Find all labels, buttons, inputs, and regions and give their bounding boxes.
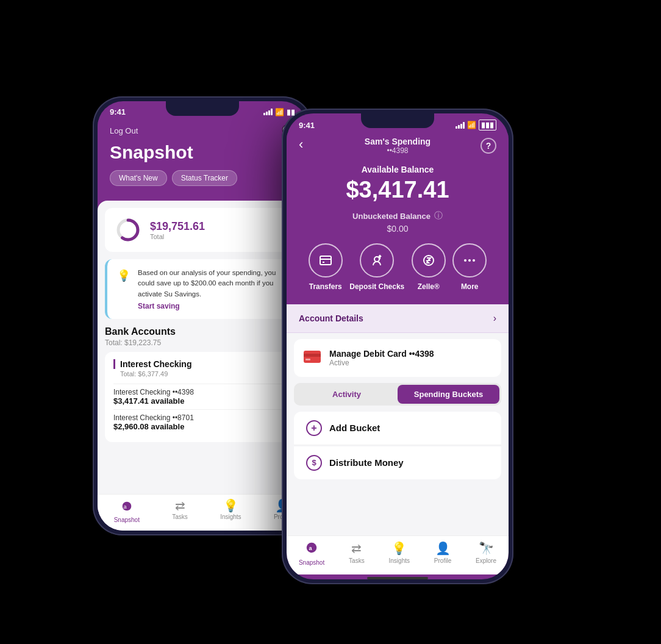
- savings-card: 💡 Based on our analysis of your spending…: [105, 259, 300, 319]
- wifi-icon-front: 📶: [467, 121, 476, 129]
- debit-card-info: Manage Debit Card ••4398 Active: [329, 349, 434, 367]
- front-bottom-nav: a Snapshot ⇄ Tasks 💡 Insights 👤 Pro: [287, 535, 509, 574]
- dollar-circle-icon: $: [306, 455, 322, 471]
- back-purple-header: Log Out 💬 Snapshot What's New Status Tra…: [98, 119, 307, 198]
- front-phone: 9:41 📶 ▮▮▮: [282, 109, 513, 584]
- nav-tasks-front[interactable]: ⇄ Tasks: [349, 541, 365, 566]
- distribute-money-row[interactable]: $ Distribute Money: [294, 446, 501, 479]
- log-out-button[interactable]: Log Out: [110, 126, 138, 135]
- explore-icon-front: 🔭: [479, 541, 494, 556]
- nav-insights-back[interactable]: 💡 Insights: [220, 499, 241, 523]
- account-number: ••4398: [299, 146, 496, 155]
- whats-new-pill[interactable]: What's New: [110, 170, 167, 186]
- start-saving-button[interactable]: Start saving: [138, 302, 290, 310]
- account1-name: Interest Checking ••4398: [113, 388, 291, 396]
- snapshot-icon-front: a: [305, 541, 318, 557]
- debit-card-status: Active: [329, 359, 434, 367]
- svg-point-12: [473, 259, 475, 262]
- profile-icon-front: 👤: [435, 541, 451, 556]
- snapshot-nav-label: Snapshot: [114, 517, 140, 523]
- explore-label-front: Explore: [476, 557, 496, 564]
- transfers-icon: [309, 243, 343, 277]
- info-icon[interactable]: ⓘ: [434, 210, 443, 221]
- svg-rect-4: [320, 256, 331, 265]
- account2-balance: $2,960.08 available: [113, 422, 291, 431]
- svg-point-7: [374, 257, 379, 262]
- account-name: Sam's Spending: [299, 137, 496, 146]
- help-button[interactable]: ?: [481, 138, 496, 154]
- account-details-label: Account Details: [299, 313, 363, 323]
- nav-snapshot-front[interactable]: a Snapshot: [299, 541, 324, 566]
- more-button[interactable]: More: [452, 243, 487, 292]
- status-tracker-pill[interactable]: Status Tracker: [172, 170, 237, 186]
- unbucketed-label: Unbucketed Balance: [352, 212, 431, 221]
- savings-text: Based on our analysis of your spending, …: [138, 268, 290, 299]
- debit-card-card[interactable]: Manage Debit Card ••4398 Active: [294, 339, 501, 377]
- profile-label-front: Profile: [434, 557, 451, 564]
- bank-accounts-section: Bank Accounts Total: $19,223.75 Interest…: [98, 326, 307, 442]
- insights-nav-label: Insights: [220, 513, 241, 520]
- chevron-right-icon: ›: [493, 313, 496, 324]
- account-row-2[interactable]: Interest Checking ••8701 $2,960.08 avail…: [113, 409, 291, 435]
- deposit-icon: [360, 243, 394, 277]
- nav-insights-front[interactable]: 💡 Insights: [389, 541, 410, 566]
- total-balance-card: $19,751.61 Total: [105, 208, 300, 252]
- account1-balance: $3,417.41 available: [113, 396, 291, 406]
- time-back: 9:41: [110, 107, 126, 116]
- more-label: More: [461, 282, 479, 292]
- action-buttons: Transfers Deposit C: [299, 243, 496, 292]
- transfers-label: Transfers: [309, 282, 342, 292]
- credit-card-icon: [304, 349, 321, 367]
- time-front: 9:41: [299, 121, 315, 130]
- notch: [166, 101, 239, 116]
- svg-point-10: [464, 259, 466, 262]
- wifi-icon: 📶: [275, 108, 284, 116]
- add-bucket-label: Add Bucket: [329, 423, 380, 433]
- bank-accounts-title: Bank Accounts: [105, 326, 300, 337]
- insights-nav-icon: 💡: [223, 499, 238, 512]
- distribute-money-label: Distribute Money: [329, 457, 404, 468]
- tabs-row: Activity Spending Buckets: [294, 383, 501, 406]
- insights-icon-front: 💡: [391, 541, 407, 556]
- interest-checking-title: Interest Checking: [113, 359, 291, 369]
- nav-profile-front[interactable]: 👤 Profile: [434, 541, 451, 566]
- tasks-nav-icon: ⇄: [175, 499, 185, 512]
- balance-info: $19,751.61 Total: [150, 220, 205, 240]
- back-white-content: $19,751.61 Total 💡 Based on our analysis…: [98, 201, 307, 531]
- account-row-1[interactable]: Interest Checking ••4398 $3,417.41 avail…: [113, 384, 291, 409]
- tasks-label-front: Tasks: [349, 557, 365, 564]
- debit-card-title: Manage Debit Card ••4398: [329, 349, 434, 359]
- svg-point-11: [468, 259, 471, 262]
- snapshot-nav-icon: a: [120, 499, 134, 515]
- add-bucket-row[interactable]: + Add Bucket: [294, 412, 501, 445]
- total-amount: $19,751.61: [150, 220, 205, 233]
- account2-name: Interest Checking ••8701: [113, 413, 291, 422]
- back-bottom-nav: a Snapshot ⇄ Tasks 💡 Insights 👤 Pro: [98, 494, 307, 531]
- transfers-button[interactable]: Transfers: [309, 243, 343, 292]
- available-amount: $3,417.41: [299, 177, 496, 203]
- nav-explore-front[interactable]: 🔭 Explore: [476, 541, 496, 566]
- unbucketed-amount: $0.00: [299, 224, 496, 234]
- front-white-content: Account Details › Ma: [287, 304, 509, 535]
- snapshot-title: Snapshot: [110, 142, 295, 163]
- tasks-icon-front: ⇄: [351, 541, 362, 556]
- interest-checking-total: Total: $6,377.49: [113, 370, 291, 377]
- plus-circle-icon: +: [306, 420, 322, 436]
- tab-activity[interactable]: Activity: [296, 385, 398, 404]
- nav-tasks-back[interactable]: ⇄ Tasks: [172, 499, 188, 523]
- account-details-row[interactable]: Account Details ›: [287, 304, 509, 333]
- account-card[interactable]: Interest Checking Total: $6,377.49 Inter…: [105, 352, 300, 442]
- bulb-icon: 💡: [117, 269, 130, 282]
- front-purple-header: ‹ Sam's Spending ••4398 ? Available Bala…: [287, 133, 509, 304]
- tasks-nav-label: Tasks: [172, 513, 188, 520]
- deposit-button[interactable]: Deposit Checks: [349, 243, 404, 292]
- signal-icon-front: [456, 122, 465, 129]
- account-header: ‹ Sam's Spending ••4398 ?: [299, 137, 496, 155]
- snapshot-label-front: Snapshot: [299, 559, 324, 566]
- total-label: Total: [150, 233, 205, 240]
- battery-icon-front: ▮▮▮: [479, 120, 496, 131]
- tab-spending-buckets[interactable]: Spending Buckets: [398, 385, 499, 404]
- deposit-label: Deposit Checks: [349, 282, 404, 292]
- nav-snapshot-back[interactable]: a Snapshot: [114, 499, 140, 523]
- zelle-button[interactable]: Zelle®: [412, 243, 446, 292]
